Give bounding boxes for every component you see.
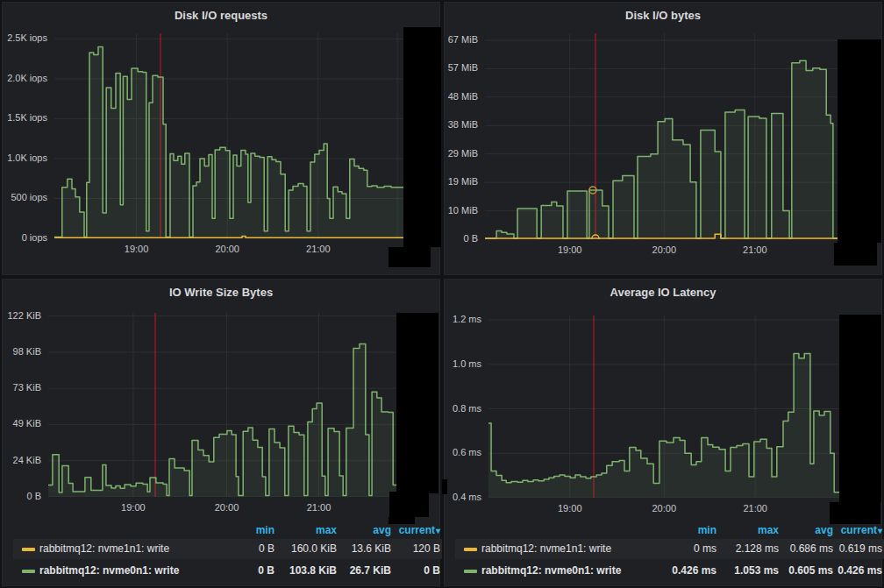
redaction-box [389, 517, 415, 524]
redaction-box [389, 247, 431, 267]
legend-avg-value: 13.6 KiB [352, 539, 391, 559]
legend-max-value: 1.053 ms [734, 561, 779, 581]
redaction-box [396, 313, 438, 493]
x-tick-label: 20:00 [638, 503, 690, 514]
series-color-swatch[interactable] [464, 548, 477, 551]
series-label[interactable]: rabbitmq12: nvme0n1: write [481, 561, 621, 581]
legend-current-value: 0 B [424, 561, 440, 581]
legend-header-avg[interactable]: avg [373, 524, 391, 536]
chart-0[interactable] [54, 33, 405, 238]
panel-title[interactable]: Average IO Latency [445, 286, 881, 299]
legend-row-nvme1n1[interactable]: rabbitmq12: nvme1n1: write 0 B 160.0 KiB… [13, 539, 442, 559]
panel-title[interactable]: Disk I/O requests [3, 9, 439, 22]
legend-header-min[interactable]: min [256, 524, 274, 536]
series-color-swatch[interactable] [464, 570, 477, 573]
legend-header-current[interactable]: current▾ [841, 524, 882, 536]
legend-header-row: min max avg current▾ [13, 524, 442, 538]
x-tick-label: 21:00 [729, 244, 781, 255]
series-color-swatch[interactable] [22, 548, 35, 551]
legend-min-value: 0 B [258, 561, 274, 581]
legend-max-value: 2.128 ms [736, 539, 779, 559]
series-label[interactable]: rabbitmq12: nvme1n1: write [39, 539, 169, 559]
y-tick-label: 0 iops [0, 232, 47, 243]
series-label[interactable]: rabbitmq12: nvme0n1: write [39, 561, 179, 581]
legend-max-value: 160.0 KiB [291, 539, 337, 559]
redaction-box [838, 39, 881, 243]
y-tick-label: 0 B [0, 491, 41, 501]
grafana-dashboard: Disk I/O requests Disk I/O bytes IO Writ… [0, 0, 884, 588]
panel-title[interactable]: Disk I/O bytes [445, 9, 881, 22]
legend-row-nvme0n1[interactable]: rabbitmq12: nvme0n1: write 0.426 ms 1.05… [455, 561, 884, 581]
legend-header-max[interactable]: max [758, 524, 779, 536]
redaction-box [839, 315, 881, 502]
y-tick-label: 1.5K iops [0, 112, 47, 123]
legend-avg-value: 26.7 KiB [350, 561, 391, 581]
x-tick-label: 19:00 [544, 244, 596, 255]
legend-header-avg[interactable]: avg [815, 524, 833, 536]
x-tick-label: 20:00 [201, 244, 253, 254]
legend-min-value: 0 ms [694, 539, 716, 559]
series-fill [488, 354, 881, 498]
x-tick-label: 20:00 [638, 244, 690, 255]
x-tick-label: 19:00 [110, 244, 163, 254]
y-tick-label: 2.5K iops [0, 32, 47, 43]
chart-3[interactable] [488, 315, 881, 498]
legend-current-value: 120 B [413, 539, 440, 559]
y-tick-label: 24 KiB [0, 455, 41, 465]
x-tick-label: 21:00 [729, 503, 781, 514]
legend-row-nvme1n1[interactable]: rabbitmq12: nvme1n1: write 0 ms 2.128 ms… [455, 539, 884, 559]
y-tick-label: 49 KiB [0, 418, 41, 429]
legend-avg-value: 0.605 ms [788, 561, 833, 581]
redaction-box [403, 27, 441, 247]
chart-1[interactable] [485, 33, 881, 239]
legend-min-value: 0 B [259, 539, 274, 559]
chart-2[interactable] [48, 313, 405, 497]
legend-header-min[interactable]: min [698, 524, 716, 536]
legend-header-current-label: current [399, 524, 435, 536]
x-tick-label: 19:00 [107, 502, 160, 513]
redaction-box [830, 502, 880, 524]
legend-max-value: 103.8 KiB [289, 561, 337, 581]
panel-title[interactable]: IO Write Size Bytes [3, 286, 439, 299]
redaction-box [389, 492, 429, 517]
sort-desc-icon: ▾ [436, 526, 440, 535]
y-tick-label: 98 KiB [0, 346, 41, 357]
legend-row-nvme0n1[interactable]: rabbitmq12: nvme0n1: write 0 B 103.8 KiB… [13, 561, 442, 581]
redaction-box [834, 243, 877, 266]
y-tick-label: 1.0K iops [0, 152, 47, 163]
redaction-box [442, 479, 447, 494]
legend-header-max[interactable]: max [316, 524, 337, 536]
series-label[interactable]: rabbitmq12: nvme1n1: write [481, 539, 611, 559]
series-fill [485, 60, 881, 239]
series-color-swatch[interactable] [22, 570, 35, 573]
legend-min-value: 0.426 ms [672, 561, 716, 581]
x-tick-label: 21:00 [293, 502, 346, 513]
y-tick-label: 500 iops [0, 192, 47, 202]
legend-header-row: min max avg current▾ [455, 524, 884, 538]
legend-current-value: 0.619 ms [839, 539, 882, 559]
legend-header-current-label: current [841, 524, 877, 536]
x-tick-label: 21:00 [292, 244, 345, 254]
legend-current-value: 0.426 ms [838, 561, 882, 581]
y-tick-label: 122 KiB [0, 310, 41, 321]
x-tick-label: 20:00 [201, 502, 253, 513]
legend-header-current[interactable]: current▾ [399, 524, 440, 536]
sort-desc-icon: ▾ [878, 526, 882, 535]
x-tick-label: 19:00 [544, 503, 596, 514]
legend-avg-value: 0.686 ms [790, 539, 833, 559]
y-tick-label: 73 KiB [0, 382, 41, 393]
y-tick-label: 2.0K iops [0, 73, 47, 83]
